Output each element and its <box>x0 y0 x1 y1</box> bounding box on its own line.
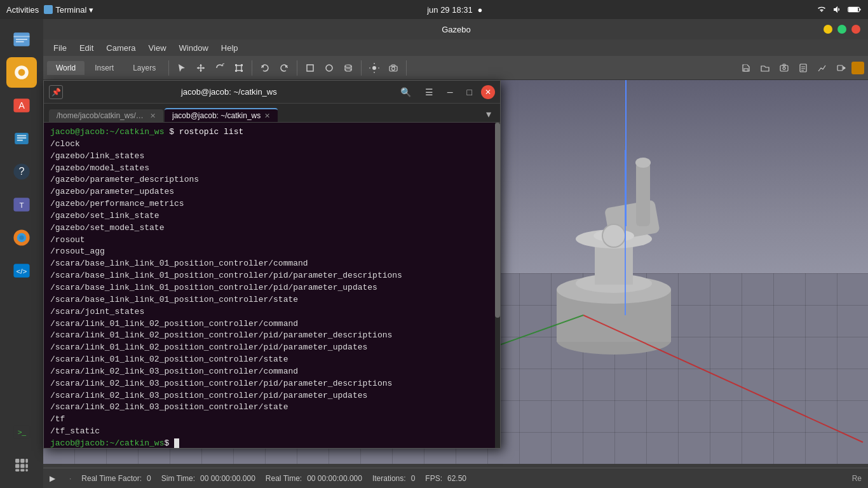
activities-label[interactable]: Activities <box>6 5 39 15</box>
terminal-search-button[interactable]: 🔍 <box>395 86 416 98</box>
svg-rect-1 <box>848 8 858 11</box>
terminal-titlebar: 📌 jacob@jacob: ~/catkin_ws 🔍 ☰ – □ ✕ <box>44 81 500 104</box>
output-line-11: /scara/base_link_link_01_position_contro… <box>50 270 494 282</box>
output-line-23: /tf <box>50 414 494 426</box>
dock-item-help[interactable]: ? <box>6 156 37 187</box>
dock-item-office[interactable] <box>6 123 37 154</box>
terminal-chevron[interactable]: ▾ <box>89 5 93 15</box>
dock-item-files[interactable] <box>6 24 37 55</box>
svg-rect-44 <box>235 70 237 72</box>
output-line-24: /tf_static <box>50 426 494 438</box>
sim-time-value: 00 00:00:00.000 <box>200 474 255 483</box>
translate-tool-button[interactable] <box>192 59 210 77</box>
maximize-button[interactable]: □ <box>837 25 846 34</box>
undo-button[interactable] <box>256 59 274 77</box>
terminal-tab-2[interactable]: jacob@jacob: ~/catkin_ws ✕ <box>165 108 278 122</box>
svg-marker-40 <box>203 67 205 69</box>
menu-window[interactable]: Window <box>174 42 214 54</box>
robot-arm <box>487 112 741 366</box>
tab-layers[interactable]: Layers <box>124 61 165 75</box>
open-button[interactable] <box>756 59 774 77</box>
svg-rect-42 <box>235 64 237 66</box>
dot-indicator: · <box>69 474 71 483</box>
terminal-label[interactable]: Terminal <box>55 5 86 15</box>
datetime-display: jun 29 18:31 ● <box>427 5 482 15</box>
output-line-1: /gazebo/link_states <box>50 151 494 163</box>
terminal-scrollbar-thumb[interactable] <box>495 123 500 318</box>
screenshot-button[interactable] <box>775 59 793 77</box>
terminal-minimize-button[interactable]: – <box>442 85 458 99</box>
dock-item-app1[interactable] <box>6 57 37 88</box>
output-line-5: /gazebo/performance_metrics <box>50 198 494 210</box>
dock-item-vscode[interactable]: </> <box>6 255 37 286</box>
fps-label: FPS: <box>425 474 442 483</box>
dock: A ? T </> <box>0 19 43 488</box>
terminal-tab-1[interactable]: /home/jacob/catkin_ws/src/scara_r... ✕ <box>49 109 163 122</box>
terminal-close-button[interactable]: ✕ <box>481 85 495 99</box>
log-button[interactable] <box>794 59 812 77</box>
close-button[interactable]: ✕ <box>851 25 860 34</box>
rotate-tool-button[interactable] <box>211 59 229 77</box>
dock-item-store[interactable]: A <box>6 90 37 121</box>
record-button[interactable] <box>832 59 850 77</box>
output-line-16: /scara/link_01_link_02_position_controll… <box>50 330 494 342</box>
box-button[interactable] <box>301 59 319 77</box>
minimize-button[interactable]: – <box>824 25 832 34</box>
terminal-cursor <box>174 438 179 448</box>
terminal-restore-button[interactable]: □ <box>462 86 477 98</box>
sphere-button[interactable] <box>320 59 338 77</box>
terminal-scrollbar-track[interactable] <box>495 123 500 448</box>
real-time-label: Real Time: <box>266 474 302 483</box>
menu-view[interactable]: View <box>144 42 172 54</box>
svg-marker-72 <box>843 66 846 70</box>
output-line-17: /scara/link_01_link_02_position_controll… <box>50 342 494 354</box>
plot-button[interactable] <box>813 59 831 77</box>
camera-toolbar-button[interactable] <box>384 59 402 77</box>
output-line-22: /scara/link_02_link_03_position_controll… <box>50 402 494 414</box>
svg-rect-41 <box>236 65 241 71</box>
svg-point-8 <box>18 69 25 76</box>
svg-point-21 <box>19 235 24 240</box>
terminal-indicator: Terminal ▾ <box>44 5 93 15</box>
terminal-tab-2-close[interactable]: ✕ <box>264 112 270 120</box>
dock-item-firefox[interactable] <box>6 222 37 253</box>
output-line-20: /scara/link_02_link_03_position_controll… <box>50 378 494 390</box>
svg-text:>_: >_ <box>18 428 27 436</box>
status-bar: ▶ · Real Time Factor: 0 Sim Time: 00 00:… <box>43 468 868 488</box>
svg-rect-48 <box>307 65 313 71</box>
save-world-button[interactable] <box>737 59 755 77</box>
menu-help[interactable]: Help <box>216 42 243 54</box>
iterations-value: 0 <box>411 474 416 483</box>
menu-edit[interactable]: Edit <box>74 42 98 54</box>
scale-tool-button[interactable] <box>230 59 248 77</box>
terminal-pin-button[interactable]: 📌 <box>49 85 63 99</box>
menu-camera[interactable]: Camera <box>101 42 140 54</box>
tab-insert[interactable]: Insert <box>86 61 123 75</box>
menu-file[interactable]: File <box>48 42 72 54</box>
play-button[interactable]: ▶ <box>50 474 55 483</box>
real-time-factor-label: Real Time Factor: <box>81 474 142 483</box>
cylinder-button[interactable] <box>339 59 357 77</box>
active-tool-button[interactable] <box>851 62 864 74</box>
select-tool-button[interactable] <box>173 59 191 77</box>
terminal-body[interactable]: jacob@jacob:~/catkin_ws $ rostopic list … <box>44 123 500 448</box>
svg-rect-30 <box>20 464 24 468</box>
tab-world[interactable]: World <box>47 61 85 75</box>
dock-item-terminal[interactable]: >_ <box>6 417 37 447</box>
terminal-new-tab-button[interactable]: ▾ <box>482 106 495 122</box>
gazebo-titlebar: Gazebo – □ ✕ <box>43 19 868 39</box>
terminal-menu-button[interactable]: ☰ <box>420 86 438 98</box>
dock-item-teams[interactable]: T <box>6 189 37 220</box>
redo-button[interactable] <box>275 59 293 77</box>
reset-button[interactable]: Re <box>852 474 862 483</box>
svg-marker-37 <box>200 64 202 66</box>
output-line-6: /gazebo/set_link_state <box>50 210 494 222</box>
dock-item-apps[interactable] <box>6 450 37 480</box>
terminal-tab-1-close[interactable]: ✕ <box>150 112 156 120</box>
output-line-18: /scara/link_01_link_02_position_controll… <box>50 354 494 366</box>
output-line-12: /scara/base_link_link_01_position_contro… <box>50 282 494 294</box>
terminal-prompt2: jacob@jacob:~/catkin_ws <box>50 438 164 448</box>
output-line-21: /scara/link_02_link_03_position_controll… <box>50 390 494 402</box>
light-button[interactable] <box>365 59 383 77</box>
sim-time: Sim Time: 00 00:00:00.000 <box>161 474 255 483</box>
